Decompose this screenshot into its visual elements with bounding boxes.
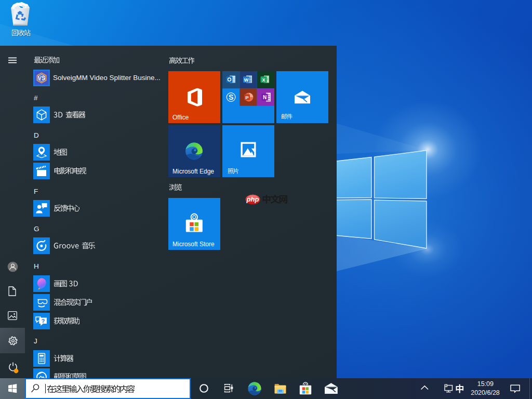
svg-text:?: ?	[41, 318, 45, 324]
svg-text:Microsoft Edge: Microsoft Edge	[172, 168, 214, 175]
svg-text:W: W	[244, 77, 249, 83]
svg-text:N: N	[263, 95, 267, 100]
svg-text:Office: Office	[172, 114, 189, 121]
svg-text:php: php	[246, 195, 259, 203]
svg-text:S: S	[229, 93, 233, 101]
svg-text:Microsoft Store: Microsoft Store	[172, 241, 215, 248]
svg-text:VS: VS	[38, 75, 45, 81]
svg-text:P: P	[245, 95, 249, 100]
svg-text:X: X	[262, 77, 265, 83]
